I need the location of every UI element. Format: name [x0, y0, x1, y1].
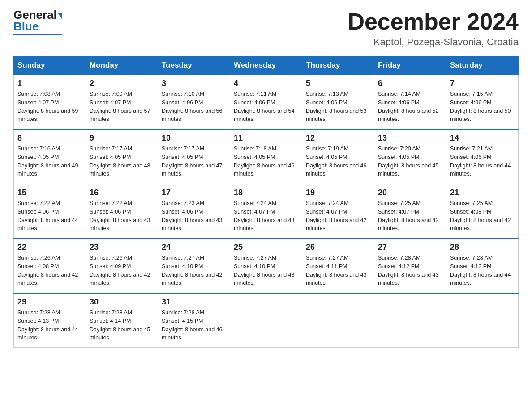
day-info: Sunrise: 7:26 AM Sunset: 4:09 PM Dayligh… [90, 254, 154, 287]
table-row: 26 Sunrise: 7:27 AM Sunset: 4:11 PM Dayl… [302, 239, 374, 293]
table-row: 5 Sunrise: 7:13 AM Sunset: 4:06 PM Dayli… [302, 75, 374, 129]
day-number: 18 [234, 188, 298, 197]
table-row: 28 Sunrise: 7:28 AM Sunset: 4:12 PM Dayl… [446, 239, 519, 293]
day-info: Sunrise: 7:28 AM Sunset: 4:15 PM Dayligh… [162, 308, 226, 342]
day-info: Sunrise: 7:28 AM Sunset: 4:13 PM Dayligh… [17, 308, 82, 342]
day-number: 2 [90, 79, 154, 88]
table-row: 16 Sunrise: 7:22 AM Sunset: 4:06 PM Dayl… [86, 184, 158, 239]
logo-text: General [13, 9, 62, 21]
header-monday: Monday [86, 56, 158, 75]
day-info: Sunrise: 7:10 AM Sunset: 4:06 PM Dayligh… [162, 90, 226, 124]
table-row: 12 Sunrise: 7:19 AM Sunset: 4:05 PM Dayl… [302, 129, 374, 184]
day-info: Sunrise: 7:24 AM Sunset: 4:07 PM Dayligh… [234, 199, 298, 233]
table-row: 24 Sunrise: 7:27 AM Sunset: 4:10 PM Dayl… [158, 239, 230, 293]
day-number: 20 [378, 188, 442, 197]
header-tuesday: Tuesday [158, 56, 230, 75]
day-number: 30 [90, 297, 154, 307]
day-info: Sunrise: 7:14 AM Sunset: 4:06 PM Dayligh… [378, 90, 442, 124]
table-row [446, 293, 519, 348]
calendar-header: Sunday Monday Tuesday Wednesday Thursday… [14, 56, 519, 75]
day-number: 12 [306, 133, 370, 143]
title-area: December 2024 Kaptol, Pozega-Slavonia, C… [348, 9, 519, 48]
day-info: Sunrise: 7:27 AM Sunset: 4:11 PM Dayligh… [306, 254, 370, 287]
table-row [230, 293, 302, 348]
day-info: Sunrise: 7:13 AM Sunset: 4:06 PM Dayligh… [306, 90, 370, 124]
day-info: Sunrise: 7:17 AM Sunset: 4:05 PM Dayligh… [162, 145, 226, 178]
day-number: 23 [90, 243, 154, 252]
header-saturday: Saturday [446, 56, 519, 75]
table-row: 15 Sunrise: 7:22 AM Sunset: 4:06 PM Dayl… [14, 184, 86, 239]
location-title: Kaptol, Pozega-Slavonia, Croatia [348, 36, 519, 48]
table-row: 8 Sunrise: 7:16 AM Sunset: 4:05 PM Dayli… [14, 129, 86, 184]
table-row: 17 Sunrise: 7:23 AM Sunset: 4:06 PM Dayl… [158, 184, 230, 239]
page-header: General Blue December 2024 Kaptol, Pozeg… [13, 9, 519, 48]
table-row: 31 Sunrise: 7:28 AM Sunset: 4:15 PM Dayl… [158, 293, 230, 348]
day-info: Sunrise: 7:17 AM Sunset: 4:05 PM Dayligh… [90, 145, 154, 178]
day-info: Sunrise: 7:23 AM Sunset: 4:06 PM Dayligh… [162, 199, 226, 233]
day-number: 28 [450, 243, 515, 252]
table-row: 18 Sunrise: 7:24 AM Sunset: 4:07 PM Dayl… [230, 184, 302, 239]
header-friday: Friday [374, 56, 446, 75]
table-row: 21 Sunrise: 7:25 AM Sunset: 4:08 PM Dayl… [446, 184, 519, 239]
day-number: 22 [17, 243, 82, 252]
day-number: 19 [306, 188, 370, 197]
day-number: 21 [450, 188, 515, 197]
day-number: 7 [450, 79, 515, 88]
day-info: Sunrise: 7:16 AM Sunset: 4:05 PM Dayligh… [17, 145, 82, 178]
day-info: Sunrise: 7:27 AM Sunset: 4:10 PM Dayligh… [162, 254, 226, 287]
logo-blue-text: Blue [13, 21, 39, 32]
day-number: 3 [162, 79, 226, 88]
day-info: Sunrise: 7:09 AM Sunset: 4:07 PM Dayligh… [90, 90, 154, 124]
table-row: 23 Sunrise: 7:26 AM Sunset: 4:09 PM Dayl… [86, 239, 158, 293]
day-info: Sunrise: 7:24 AM Sunset: 4:07 PM Dayligh… [306, 199, 370, 233]
logo-underline [13, 34, 62, 35]
table-row [302, 293, 374, 348]
table-row: 25 Sunrise: 7:27 AM Sunset: 4:10 PM Dayl… [230, 239, 302, 293]
table-row: 19 Sunrise: 7:24 AM Sunset: 4:07 PM Dayl… [302, 184, 374, 239]
table-row: 3 Sunrise: 7:10 AM Sunset: 4:06 PM Dayli… [158, 75, 230, 129]
table-row: 30 Sunrise: 7:28 AM Sunset: 4:14 PM Dayl… [86, 293, 158, 348]
table-row: 6 Sunrise: 7:14 AM Sunset: 4:06 PM Dayli… [374, 75, 446, 129]
table-row: 2 Sunrise: 7:09 AM Sunset: 4:07 PM Dayli… [86, 75, 158, 129]
day-info: Sunrise: 7:27 AM Sunset: 4:10 PM Dayligh… [234, 254, 298, 287]
day-info: Sunrise: 7:11 AM Sunset: 4:06 PM Dayligh… [234, 90, 298, 124]
day-info: Sunrise: 7:25 AM Sunset: 4:07 PM Dayligh… [378, 199, 442, 233]
day-info: Sunrise: 7:20 AM Sunset: 4:05 PM Dayligh… [378, 145, 442, 178]
day-info: Sunrise: 7:19 AM Sunset: 4:05 PM Dayligh… [306, 145, 370, 178]
table-row: 13 Sunrise: 7:20 AM Sunset: 4:05 PM Dayl… [374, 129, 446, 184]
day-number: 17 [162, 188, 226, 197]
day-info: Sunrise: 7:28 AM Sunset: 4:12 PM Dayligh… [450, 254, 515, 287]
day-number: 15 [17, 188, 82, 197]
calendar-body: 1 Sunrise: 7:08 AM Sunset: 4:07 PM Dayli… [14, 75, 519, 348]
day-number: 1 [17, 79, 82, 88]
day-number: 27 [378, 243, 442, 252]
day-number: 11 [234, 133, 298, 143]
day-info: Sunrise: 7:08 AM Sunset: 4:07 PM Dayligh… [17, 90, 82, 124]
day-number: 9 [90, 133, 154, 143]
day-info: Sunrise: 7:25 AM Sunset: 4:08 PM Dayligh… [450, 199, 515, 233]
table-row: 20 Sunrise: 7:25 AM Sunset: 4:07 PM Dayl… [374, 184, 446, 239]
table-row [374, 293, 446, 348]
day-number: 8 [17, 133, 82, 143]
day-info: Sunrise: 7:22 AM Sunset: 4:06 PM Dayligh… [17, 199, 82, 233]
day-number: 16 [90, 188, 154, 197]
header-sunday: Sunday [14, 56, 86, 75]
day-number: 29 [17, 297, 82, 307]
day-info: Sunrise: 7:18 AM Sunset: 4:05 PM Dayligh… [234, 145, 298, 178]
day-info: Sunrise: 7:28 AM Sunset: 4:12 PM Dayligh… [378, 254, 442, 287]
table-row: 1 Sunrise: 7:08 AM Sunset: 4:07 PM Dayli… [14, 75, 86, 129]
header-wednesday: Wednesday [230, 56, 302, 75]
table-row: 7 Sunrise: 7:15 AM Sunset: 4:06 PM Dayli… [446, 75, 519, 129]
day-info: Sunrise: 7:26 AM Sunset: 4:08 PM Dayligh… [17, 254, 82, 287]
day-number: 6 [378, 79, 442, 88]
day-number: 4 [234, 79, 298, 88]
table-row: 11 Sunrise: 7:18 AM Sunset: 4:05 PM Dayl… [230, 129, 302, 184]
table-row: 29 Sunrise: 7:28 AM Sunset: 4:13 PM Dayl… [14, 293, 86, 348]
day-info: Sunrise: 7:21 AM Sunset: 4:06 PM Dayligh… [450, 145, 515, 178]
day-info: Sunrise: 7:22 AM Sunset: 4:06 PM Dayligh… [90, 199, 154, 233]
logo: General Blue [13, 9, 62, 35]
day-number: 24 [162, 243, 226, 252]
table-row: 9 Sunrise: 7:17 AM Sunset: 4:05 PM Dayli… [86, 129, 158, 184]
day-number: 5 [306, 79, 370, 88]
day-number: 13 [378, 133, 442, 143]
